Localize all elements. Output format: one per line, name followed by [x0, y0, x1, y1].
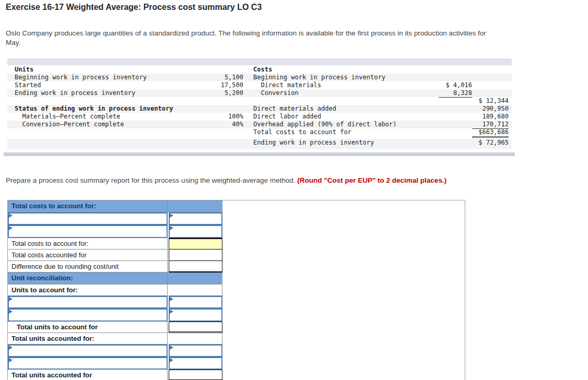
- dropdown-flag-icon: [9, 297, 13, 303]
- worksheet-row: Total units accounted for: [8, 370, 465, 380]
- worksheet-panel: Total costs to account for:Total costs t…: [7, 200, 465, 380]
- left-value: 40%: [166, 121, 243, 128]
- dropdown-flag-icon: [170, 213, 173, 220]
- worksheet-label: Total costs to account for:: [8, 200, 168, 212]
- calculated-amount-cell: [169, 261, 222, 272]
- left-value: 17,500: [166, 81, 243, 89]
- worksheet-row: [8, 345, 465, 357]
- worksheet-row: [8, 357, 465, 370]
- worksheet-label-text: Total costs to account for:: [11, 202, 96, 210]
- dropdown-flag-icon: [170, 358, 173, 364]
- row-amount-dropdown[interactable]: [169, 225, 222, 238]
- instruction-rounding-note: (Round "Cost per EUP" to 2 decimal place…: [297, 176, 446, 184]
- right-label: Direct labor added: [253, 113, 439, 121]
- page-title: Exercise 16-17 Weighted Average: Process…: [6, 3, 262, 12]
- table-footer-bar: [4, 152, 515, 156]
- worksheet-label-text: Difference due to rounding cost/unit: [11, 263, 119, 270]
- worksheet-label-text: Unit reconciliation:: [11, 274, 73, 282]
- data-table-row: Total costs to account for$663,686: [7, 128, 512, 139]
- row-amount-dropdown[interactable]: [169, 357, 222, 370]
- worksheet-row: Total costs to account for:: [8, 200, 465, 212]
- data-table-row: UnitsCosts: [7, 66, 512, 74]
- data-table-rows: UnitsCostsBeginning work in process inve…: [7, 65, 512, 149]
- worksheet-row: Difference due to rounding cost/unit: [8, 261, 465, 272]
- dropdown-flag-icon: [9, 310, 13, 316]
- right-label: Direct materials: [253, 81, 439, 89]
- right-value-inner: 8,328: [439, 89, 472, 98]
- row-amount-dropdown[interactable]: [169, 212, 222, 225]
- dropdown-flag-icon: [170, 310, 173, 316]
- table-header-bar: [7, 58, 512, 65]
- row-description-dropdown[interactable]: [8, 357, 168, 370]
- worksheet-label: Total costs to account for:: [8, 238, 168, 250]
- right-value-outer: $ 12,344: [472, 97, 509, 105]
- worksheet-label-text: Total costs to account for:: [11, 240, 88, 247]
- left-label: Conversion—Percent complete: [15, 121, 166, 128]
- worksheet-label: Total units to account for: [8, 322, 168, 333]
- right-label: Conversion: [253, 89, 439, 97]
- right-label: Costs: [253, 66, 439, 74]
- worksheet-row: [8, 296, 465, 308]
- worksheet-row: Units to account for:: [8, 284, 465, 296]
- row-description-dropdown[interactable]: [8, 296, 168, 308]
- left-value: 100%: [166, 113, 243, 121]
- row-amount-dropdown[interactable]: [169, 296, 222, 308]
- dropdown-flag-icon: [170, 346, 173, 352]
- data-table-row: Ending work in process inventory$ 72,965: [7, 139, 512, 149]
- dropdown-flag-icon: [9, 346, 13, 352]
- worksheet-label-text: Total units accounted for:: [11, 335, 95, 342]
- left-value: 5,100: [166, 74, 243, 81]
- worksheet-label: Units to account for:: [8, 284, 168, 296]
- row-description-dropdown[interactable]: [8, 345, 168, 357]
- section-header-value-cell: [169, 272, 222, 284]
- data-table: UnitsCostsBeginning work in process inve…: [7, 58, 512, 149]
- instruction-text: Prepare a process cost summary report fo…: [6, 175, 489, 186]
- right-value-outer: 170,712: [472, 121, 509, 129]
- right-label: Total costs to account for: [253, 128, 439, 136]
- amount-input-cell[interactable]: [169, 238, 222, 250]
- data-table-row: Status of ending work in process invento…: [7, 105, 512, 113]
- right-label: Overhead applied (90% of direct labor): [253, 121, 439, 128]
- worksheet-label: Difference due to rounding cost/unit: [8, 261, 168, 272]
- dropdown-flag-icon: [170, 297, 173, 303]
- worksheet-label: Unit reconciliation:: [8, 272, 168, 284]
- right-label: Direct materials added: [253, 105, 439, 113]
- worksheet-label-text: Total units accounted for: [11, 371, 92, 379]
- data-table-row: Ending work in process inventory5,200 Co…: [7, 89, 512, 97]
- right-value-outer: $663,686: [472, 128, 509, 138]
- row-amount-dropdown[interactable]: [169, 308, 222, 322]
- worksheet-row: [8, 225, 465, 238]
- row-description-dropdown[interactable]: [8, 308, 168, 322]
- left-label: Beginning work in process inventory: [15, 74, 166, 81]
- dropdown-flag-icon: [9, 358, 13, 364]
- left-label: Units: [15, 66, 166, 74]
- right-value-outer: 290,950: [472, 105, 509, 113]
- section-header-value-cell: [169, 200, 222, 212]
- calculated-amount-cell: [169, 370, 222, 380]
- worksheet-row: [8, 212, 465, 225]
- row-amount-dropdown[interactable]: [169, 345, 222, 357]
- data-table-row: Beginning work in process inventory5,100…: [7, 74, 512, 81]
- row-description-dropdown[interactable]: [8, 212, 168, 225]
- data-table-row: $ 12,344: [7, 97, 512, 105]
- calculated-amount-cell: [169, 250, 222, 261]
- worksheet-label-text: Total units to account for: [17, 323, 98, 331]
- dropdown-flag-icon: [9, 226, 13, 232]
- right-value-inner: $ 4,016: [439, 81, 472, 89]
- row-description-dropdown[interactable]: [8, 225, 168, 238]
- left-label: Status of ending work in process invento…: [15, 105, 166, 113]
- worksheet-row: Total units to account for: [8, 322, 465, 333]
- right-label: Beginning work in process inventory: [253, 74, 439, 81]
- right-label: Ending work in process inventory: [253, 139, 439, 147]
- worksheet-row: [8, 308, 465, 322]
- worksheet-label-text: Total costs accounted for: [11, 251, 87, 259]
- worksheet-row: Total costs to account for:: [8, 238, 465, 250]
- worksheet-row: Unit reconciliation:: [8, 272, 465, 284]
- dropdown-flag-icon: [170, 226, 173, 232]
- worksheet-row: Total costs accounted for: [8, 250, 465, 261]
- page: Exercise 16-17 Weighted Average: Process…: [0, 0, 588, 380]
- calculated-amount-cell: [169, 322, 222, 333]
- worksheet-label: Total units accounted for: [8, 370, 168, 380]
- dropdown-flag-icon: [9, 213, 13, 220]
- left-label: Started: [15, 81, 166, 89]
